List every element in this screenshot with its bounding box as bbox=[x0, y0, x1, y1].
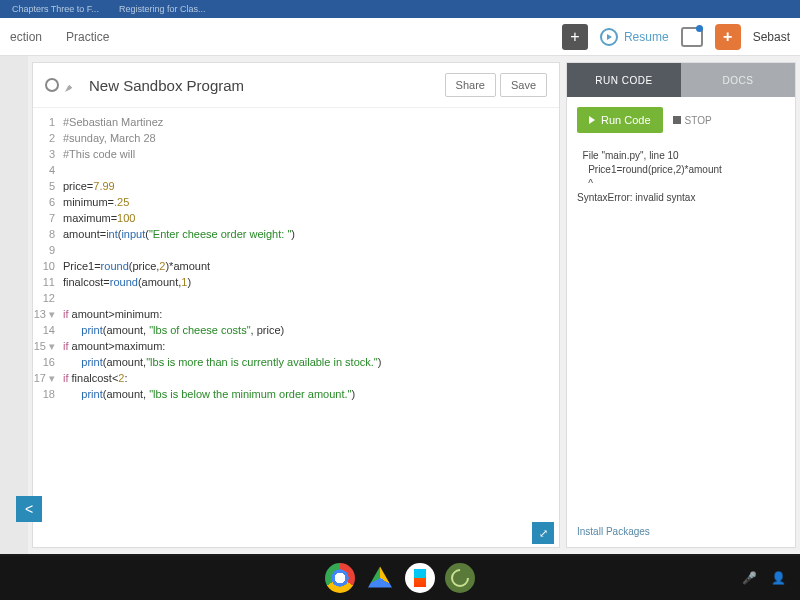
taskbar: 🎤 👤 bbox=[0, 556, 800, 600]
play-store-icon[interactable] bbox=[405, 563, 435, 593]
play-circle-icon bbox=[600, 28, 618, 46]
top-nav: ection Practice + Resume Sebast bbox=[0, 18, 800, 56]
left-gutter bbox=[0, 56, 28, 554]
new-button[interactable]: + bbox=[562, 24, 588, 50]
expand-button[interactable]: ⤢ bbox=[532, 522, 554, 544]
drive-icon[interactable] bbox=[365, 563, 395, 593]
account-icon[interactable]: 👤 bbox=[771, 571, 786, 585]
calendar-icon[interactable] bbox=[681, 27, 703, 47]
badge-icon[interactable] bbox=[715, 24, 741, 50]
tab-docs[interactable]: DOCS bbox=[681, 63, 795, 97]
user-name[interactable]: Sebast bbox=[753, 30, 790, 44]
tab-run-code[interactable]: RUN CODE bbox=[567, 63, 681, 97]
pencil-icon[interactable] bbox=[65, 78, 79, 92]
chrome-icon[interactable] bbox=[325, 563, 355, 593]
share-button[interactable]: Share bbox=[445, 73, 496, 97]
nav-section[interactable]: ection bbox=[10, 30, 42, 44]
stop-button[interactable]: STOP bbox=[673, 115, 712, 126]
output-panel: RUN CODE DOCS Run Code STOP File "main.p… bbox=[566, 62, 796, 548]
editor-header: New Sandbox Program Share Save bbox=[33, 63, 559, 108]
run-code-button[interactable]: Run Code bbox=[577, 107, 663, 133]
lamp-icon bbox=[45, 78, 59, 92]
mic-icon[interactable]: 🎤 bbox=[742, 571, 757, 585]
code-editor[interactable]: 12345678910111213 ▾1415 ▾1617 ▾18 #Sebas… bbox=[33, 108, 559, 547]
browser-tab-strip: Chapters Three to F... Registering for C… bbox=[0, 0, 800, 18]
console-output: File "main.py", line 10 Price1=round(pri… bbox=[567, 143, 795, 516]
line-numbers: 12345678910111213 ▾1415 ▾1617 ▾18 bbox=[33, 114, 63, 541]
resume-button[interactable]: Resume bbox=[600, 28, 669, 46]
main-area: New Sandbox Program Share Save 123456789… bbox=[0, 56, 800, 554]
install-packages-link[interactable]: Install Packages bbox=[567, 516, 795, 547]
editor-panel: New Sandbox Program Share Save 123456789… bbox=[32, 62, 560, 548]
browser-tab[interactable]: Registering for Clas... bbox=[119, 4, 206, 14]
back-button[interactable]: < bbox=[16, 496, 42, 522]
browser-tab[interactable]: Chapters Three to F... bbox=[12, 4, 99, 14]
program-title[interactable]: New Sandbox Program bbox=[89, 77, 441, 94]
save-button[interactable]: Save bbox=[500, 73, 547, 97]
nav-practice[interactable]: Practice bbox=[66, 30, 109, 44]
files-icon[interactable] bbox=[445, 563, 475, 593]
code-lines[interactable]: #Sebastian Martinez#sunday, March 28#Thi… bbox=[63, 114, 559, 541]
